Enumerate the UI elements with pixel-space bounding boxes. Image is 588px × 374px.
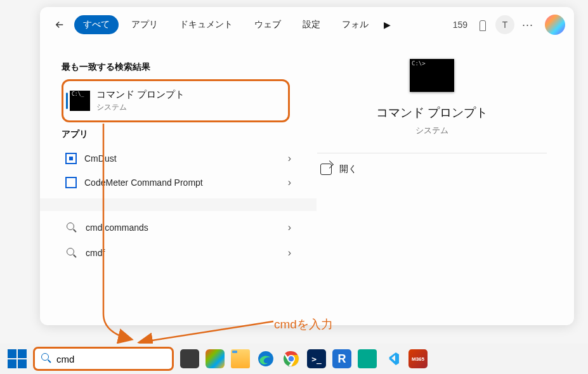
taskbar-powershell-icon[interactable]: >_ [307,349,326,368]
app-item-codemeter[interactable]: CodeMeter Command Prompt › [62,171,295,195]
taskbar-chrome-icon[interactable] [282,349,301,368]
chevron-right-icon: › [288,222,291,233]
panel-gap [40,198,317,211]
taskbar-search-input[interactable] [56,354,177,364]
suggest-label: cmd commands [86,222,148,233]
search-panel: すべて アプリ ドキュメント ウェブ 設定 フォル ▶ 159 T ··· 最も… [40,7,574,325]
best-match-title: コマンド プロンプト [96,89,185,101]
best-match-subtitle: システム [96,102,185,113]
app-label: CmDust [84,153,117,164]
app-label: CodeMeter Command Prompt [84,177,203,188]
taskbar: >_ R M365 [0,344,588,374]
rewards-points[interactable]: 159 [453,20,467,30]
rewards-icon[interactable] [474,16,492,34]
open-label: 開く [339,164,357,175]
app-item-cmdust[interactable]: CmDust › [62,146,295,171]
search-topbar: すべて アプリ ドキュメント ウェブ 設定 フォル ▶ 159 T ··· [40,7,574,42]
svg-point-2 [289,356,294,362]
user-avatar[interactable]: T [495,15,514,34]
section-apps: アプリ [62,129,295,140]
chevron-right-icon: › [288,177,291,188]
suggest-item[interactable]: cmdf › [62,240,295,266]
preview-title: コマンド プロンプト [376,105,488,121]
taskbar-app-r-icon[interactable]: R [332,349,351,368]
chevron-right-icon: › [288,247,291,259]
app-icon [65,153,77,164]
taskbar-vscode-icon[interactable] [383,349,402,368]
results-column: 最も一致する検索結果 コマンド プロンプト システム アプリ CmDust › … [62,42,295,266]
open-action[interactable]: 開く [320,164,357,175]
best-match-item[interactable]: コマンド プロンプト システム [62,79,290,122]
search-icon [41,353,51,365]
section-best-match: 最も一致する検索結果 [62,61,295,73]
more-tabs-icon[interactable]: ▶ [384,20,391,30]
copilot-icon[interactable] [545,15,565,35]
annotation-text: cmdを入力 [274,316,333,333]
preview-pane: コマンド プロンプト システム 開く [301,42,563,266]
cmd-icon [70,91,90,111]
taskbar-app-icon[interactable] [180,349,199,368]
divider [317,153,547,153]
preview-subtitle: システム [415,125,448,136]
chevron-right-icon: › [288,153,291,164]
open-icon [320,164,332,175]
tab-folder[interactable]: フォル [333,15,377,34]
start-button[interactable] [8,349,27,368]
taskbar-m365-icon[interactable] [206,349,225,368]
back-button[interactable] [49,14,70,35]
tab-settings[interactable]: 設定 [294,15,329,34]
taskbar-explorer-icon[interactable] [231,349,250,368]
search-icon [65,221,78,234]
tab-apps[interactable]: アプリ [122,15,167,34]
tab-docs[interactable]: ドキュメント [171,15,242,34]
preview-app-icon [410,59,454,92]
tab-web[interactable]: ウェブ [245,15,290,34]
taskbar-m365-badge-icon[interactable]: M365 [408,349,428,368]
taskbar-edge-icon[interactable] [256,349,275,368]
suggest-label: cmdf [86,248,105,258]
taskbar-app-box-icon[interactable] [358,349,377,368]
taskbar-search[interactable] [33,347,174,371]
overflow-menu-icon[interactable]: ··· [518,18,537,32]
suggest-item[interactable]: cmd commands › [62,215,295,240]
search-icon [65,247,78,259]
app-icon [65,177,77,188]
tab-all[interactable]: すべて [74,15,119,34]
